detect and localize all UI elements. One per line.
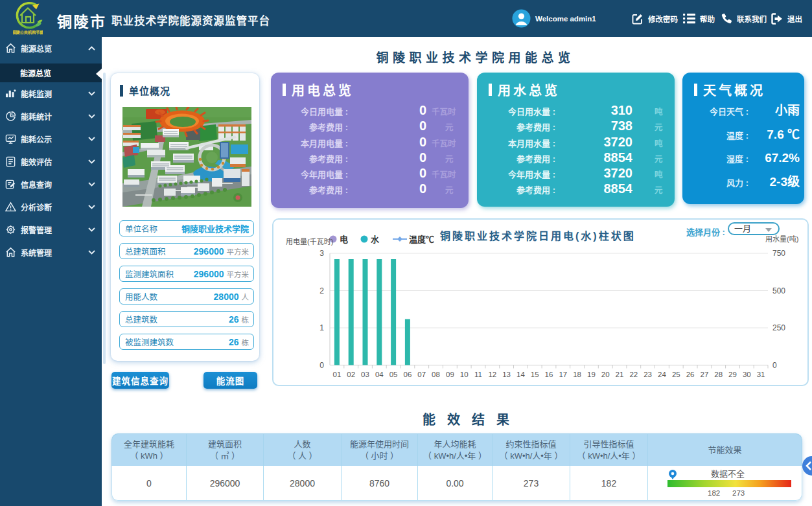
svg-text:03: 03 [361, 371, 369, 378]
svg-text:24: 24 [658, 371, 666, 378]
svg-text:用水量(吨): 用水量(吨) [765, 235, 798, 243]
svg-text:14: 14 [516, 371, 525, 378]
svg-text:12: 12 [488, 371, 496, 378]
svg-text:29: 29 [728, 371, 737, 378]
svg-text:182: 182 [708, 489, 720, 497]
svg-text:铜陵公共机构节能: 铜陵公共机构节能 [13, 30, 43, 35]
svg-text:19: 19 [587, 371, 596, 378]
svg-text:13: 13 [502, 371, 511, 378]
svg-text:05: 05 [389, 371, 398, 378]
svg-text:750: 750 [772, 249, 785, 258]
svg-text:21: 21 [616, 371, 624, 378]
svg-text:500: 500 [772, 286, 785, 295]
svg-text:23: 23 [644, 371, 652, 378]
svg-text:20: 20 [601, 371, 610, 378]
svg-text:07: 07 [417, 371, 426, 378]
svg-text:2: 2 [319, 286, 324, 295]
svg-text:1: 1 [319, 323, 324, 332]
svg-text:06: 06 [404, 371, 412, 378]
svg-text:273: 273 [732, 489, 745, 497]
svg-text:27: 27 [701, 371, 709, 378]
svg-text:01: 01 [333, 371, 342, 378]
svg-text:用电量(千瓦时): 用电量(千瓦时) [286, 238, 333, 246]
svg-text:08: 08 [432, 371, 440, 378]
svg-text:26: 26 [686, 371, 695, 378]
svg-text:数据不全: 数据不全 [711, 469, 745, 479]
svg-text:18: 18 [573, 371, 581, 378]
svg-text:11: 11 [474, 371, 482, 378]
svg-text:31: 31 [757, 371, 765, 378]
svg-text:0: 0 [319, 361, 324, 370]
svg-text:15: 15 [531, 371, 539, 378]
svg-text:电: 电 [340, 235, 348, 244]
svg-text:22: 22 [629, 371, 638, 378]
svg-text:250: 250 [772, 323, 785, 332]
svg-text:28: 28 [714, 371, 723, 378]
svg-text:04: 04 [375, 371, 384, 378]
svg-text:09: 09 [446, 371, 454, 378]
svg-text:10: 10 [460, 371, 469, 378]
svg-text:02: 02 [347, 371, 355, 378]
svg-text:水: 水 [371, 235, 380, 244]
svg-text:25: 25 [672, 371, 680, 378]
svg-text:3: 3 [319, 249, 324, 258]
svg-text:温度℃: 温度℃ [409, 235, 434, 244]
svg-text:30: 30 [743, 371, 751, 378]
svg-text:17: 17 [559, 371, 567, 378]
svg-text:16: 16 [545, 371, 553, 378]
svg-text:0: 0 [772, 361, 777, 370]
